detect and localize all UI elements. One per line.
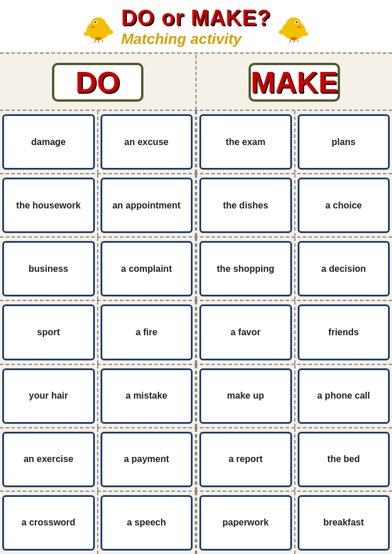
grid-cell-2-1: a complaint xyxy=(98,238,195,300)
word-card-5-2: a report xyxy=(199,432,292,487)
grid-cell-1-1: an appointment xyxy=(98,174,195,236)
do-half-row-0: damagean excuse xyxy=(0,111,196,173)
grid-cell-3-1: a fire xyxy=(98,301,195,363)
main-title: DO or MAKE? xyxy=(121,6,271,30)
grid-cell-3-2: a favor xyxy=(197,301,295,363)
make-box: MAKE xyxy=(249,63,340,102)
do-box: DO xyxy=(52,63,143,102)
make-half-row-4: make upa phone call xyxy=(196,365,392,427)
word-card-6-1: a speech xyxy=(101,495,193,551)
grid-cell-0-1: an excuse xyxy=(98,111,195,173)
grid-cell-6-2: paperwork xyxy=(197,492,295,554)
word-card-2-2: the shopping xyxy=(199,241,292,296)
word-card-3-2: a favor xyxy=(199,304,292,360)
make-half-row-6: paperworkbreakfast xyxy=(196,492,392,554)
svg-line-20 xyxy=(294,39,294,42)
word-card-6-0: a crossword xyxy=(2,495,95,551)
word-card-1-2: the dishes xyxy=(199,178,292,233)
grid-cell-5-2: a report xyxy=(197,428,295,491)
subtitle: Matching activity xyxy=(121,30,271,48)
grid-row-6: a crossworda speechpaperworkbreakfast xyxy=(0,492,392,554)
grid-cell-4-2: make up xyxy=(197,365,295,427)
word-card-3-3: friends xyxy=(298,304,390,360)
svg-point-1 xyxy=(91,17,106,30)
do-half-row-6: a crossworda speech xyxy=(0,492,196,554)
make-half: MAKE xyxy=(197,55,392,110)
do-label: DO xyxy=(75,65,120,99)
grid-cell-4-0: your hair xyxy=(0,365,98,427)
grid-cell-0-0: damage xyxy=(0,111,98,173)
make-half-row-2: the shoppinga decision xyxy=(196,238,392,300)
word-card-3-1: a fire xyxy=(101,304,193,360)
word-card-4-2: make up xyxy=(199,368,292,424)
make-half-row-3: a favorfriends xyxy=(196,301,392,363)
word-card-2-0: business xyxy=(2,241,95,296)
word-card-2-1: a complaint xyxy=(101,241,193,296)
svg-point-18 xyxy=(290,37,297,40)
grid-cell-1-0: the housework xyxy=(0,174,98,236)
word-card-0-0: damage xyxy=(2,114,95,170)
page: DO or MAKE? Matching activity xyxy=(0,0,392,554)
word-card-1-1: an appointment xyxy=(101,178,193,233)
grid-row-0: damagean excusethe examplans xyxy=(0,111,392,174)
grid-cell-2-3: a decision xyxy=(295,238,393,300)
svg-point-14 xyxy=(296,21,298,23)
word-card-4-0: your hair xyxy=(2,368,95,424)
grid-row-5: an exercisea paymenta reportthe bed xyxy=(0,428,392,492)
title-row: DO or MAKE? Matching activity xyxy=(81,6,311,48)
grid-cell-1-2: the dishes xyxy=(197,174,295,236)
grid-cell-4-3: a phone call xyxy=(295,365,393,427)
word-grid: damagean excusethe examplansthe housewor… xyxy=(0,111,392,554)
grid-row-4: your haira mistakemake upa phone call xyxy=(0,365,392,428)
header: DO or MAKE? Matching activity xyxy=(0,0,392,51)
bird-right-icon xyxy=(277,11,311,43)
do-half-row-4: your haira mistake xyxy=(0,365,196,427)
do-make-header-row: DO MAKE xyxy=(0,55,392,111)
grid-cell-1-3: a choice xyxy=(295,174,393,236)
bird-left-icon xyxy=(81,11,115,43)
word-card-2-3: a decision xyxy=(298,241,390,296)
grid-cell-3-3: friends xyxy=(295,301,393,363)
grid-cell-5-1: a payment xyxy=(98,428,195,491)
grid-cell-4-1: a mistake xyxy=(98,365,195,427)
make-half-row-0: the examplans xyxy=(196,111,392,173)
grid-row-3: sporta firea favorfriends xyxy=(0,301,392,364)
svg-line-19 xyxy=(290,39,291,42)
word-card-5-0: an exercise xyxy=(2,432,95,487)
grid-cell-6-0: a crossword xyxy=(0,492,98,554)
word-card-1-3: a choice xyxy=(298,178,390,233)
do-half-row-2: businessa complaint xyxy=(0,238,196,300)
title-block: DO or MAKE? Matching activity xyxy=(121,6,271,48)
word-card-0-3: plans xyxy=(298,114,390,170)
word-card-4-1: a mistake xyxy=(101,368,193,424)
word-card-5-1: a payment xyxy=(101,432,193,487)
word-card-4-3: a phone call xyxy=(298,368,390,424)
grid-row-2: businessa complaintthe shoppinga decisio… xyxy=(0,238,392,301)
word-card-0-2: the exam xyxy=(199,114,292,170)
make-half-row-5: a reportthe bed xyxy=(196,428,392,491)
grid-cell-0-3: plans xyxy=(295,111,393,173)
grid-cell-6-1: a speech xyxy=(98,492,195,554)
grid-cell-2-0: business xyxy=(0,238,98,300)
make-label: MAKE xyxy=(250,65,338,99)
word-card-3-0: sport xyxy=(2,304,95,360)
svg-point-3 xyxy=(94,21,96,23)
word-card-1-0: the housework xyxy=(2,178,95,233)
word-card-0-1: an excuse xyxy=(101,114,193,170)
grid-cell-0-2: the exam xyxy=(197,111,295,173)
svg-point-7 xyxy=(95,37,102,40)
svg-line-8 xyxy=(94,39,96,42)
grid-cell-3-0: sport xyxy=(0,301,98,363)
svg-line-9 xyxy=(98,39,99,42)
word-card-5-3: the bed xyxy=(298,432,390,487)
header-divider xyxy=(0,53,392,54)
make-half-row-1: the dishesa choice xyxy=(196,174,392,236)
grid-cell-5-3: the bed xyxy=(295,428,393,491)
main-area: DO MAKE damagean excusethe examplansthe … xyxy=(0,55,392,554)
do-half: DO xyxy=(0,55,197,110)
svg-point-12 xyxy=(286,17,301,30)
grid-cell-6-3: breakfast xyxy=(295,492,393,554)
word-card-6-2: paperwork xyxy=(199,495,292,551)
grid-row-1: the houseworkan appointmentthe dishesa c… xyxy=(0,174,392,238)
grid-cell-2-2: the shopping xyxy=(197,238,295,300)
